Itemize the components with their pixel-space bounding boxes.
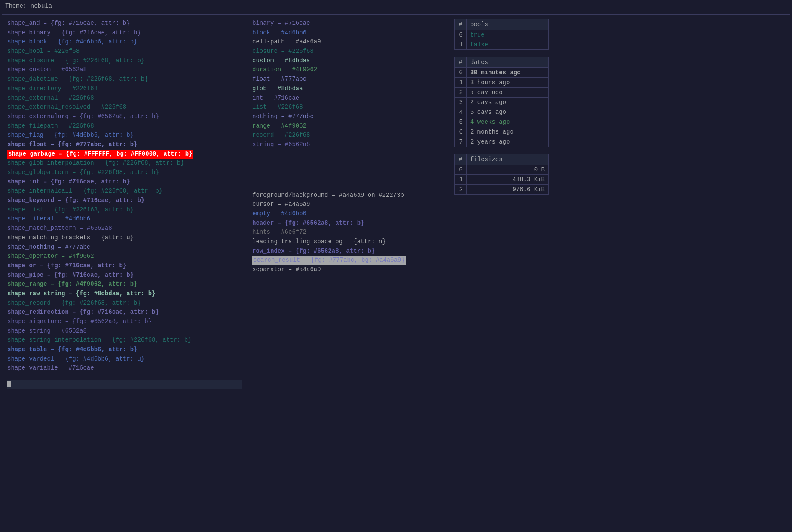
list-item: shape_flag – {fg: #4d6bb6, attr: b} bbox=[7, 131, 242, 140]
list-item: shape_string_interpolation – {fg: #226f6… bbox=[7, 336, 242, 345]
list-item: shape_external – #226f68 bbox=[7, 94, 242, 103]
list-item: shape_pipe – {fg: #716cae, attr: b} bbox=[7, 271, 242, 280]
list-item: cursor – #a4a6a9 bbox=[252, 200, 443, 209]
list-item: shape_binary – {fg: #716cae, attr: b} bbox=[7, 28, 242, 38]
list-item: record – #226f68 bbox=[252, 131, 443, 140]
filesizes-label-header: filesizes bbox=[467, 154, 549, 165]
main-container: shape_and – {fg: #716cae, attr: b} shape… bbox=[2, 14, 790, 529]
list-item: shape_block – {fg: #4d6bb6, attr: b} bbox=[7, 37, 242, 47]
filesizes-row-2-val: 976.6 KiB bbox=[467, 185, 549, 195]
list-item: shape_custom – #6562a8 bbox=[7, 65, 242, 75]
list-item: cell-path – #a4a6a9 bbox=[252, 37, 443, 47]
table-row: 1 false bbox=[455, 40, 549, 50]
list-item: shape_closure – {fg: #226f68, attr: b} bbox=[7, 56, 242, 66]
list-item: string – #6562a8 bbox=[252, 140, 443, 150]
list-item: separator – #a4a6a9 bbox=[252, 265, 443, 275]
cursor-symbol: █ bbox=[7, 381, 11, 388]
list-item: shape_datetime – {fg: #226f68, attr: b} bbox=[7, 75, 242, 84]
list-item: shape_keyword – {fg: #716cae, attr: b} bbox=[7, 196, 242, 205]
list-item: shape_record – {fg: #226f68, attr: b} bbox=[7, 299, 242, 308]
list-item: header – {fg: #6562a8, attr: b} bbox=[252, 219, 443, 228]
list-item: int – #716cae bbox=[252, 94, 443, 103]
filesizes-hash-header: # bbox=[455, 154, 467, 165]
list-item: binary – #716cae bbox=[252, 19, 443, 28]
bools-label-header: bools bbox=[467, 19, 549, 30]
list-item: shape_bool – #226f68 bbox=[7, 47, 242, 56]
list-item: shape_list – {fg: #226f68, attr: b} bbox=[7, 205, 242, 215]
filesizes-table: # filesizes 0 0 B 1 488.3 KiB 2 976.6 Ki… bbox=[454, 154, 549, 195]
table-row: 1 3 hours ago bbox=[455, 78, 549, 88]
left-column: shape_and – {fg: #716cae, attr: b} shape… bbox=[2, 15, 247, 529]
table-row: 7 2 years ago bbox=[455, 137, 549, 147]
list-item: list – #226f68 bbox=[252, 103, 443, 112]
list-item: shape_table – {fg: #4d6bb6, attr: b} bbox=[7, 345, 242, 355]
table-row: 0 true bbox=[455, 30, 549, 40]
theme-label: Theme: nebula bbox=[5, 3, 52, 9]
list-item: shape_operator – #4f9062 bbox=[7, 252, 242, 261]
list-item: shape_or – {fg: #716cae, attr: b} bbox=[7, 261, 242, 271]
bools-hash-header: # bbox=[455, 19, 467, 30]
dates-row-5-val: 4 weeks ago bbox=[467, 117, 549, 127]
right-column: # bools 0 true 1 false # dates bbox=[449, 15, 790, 529]
table-row: 0 0 B bbox=[455, 165, 549, 175]
list-item: shape_and – {fg: #716cae, attr: b} bbox=[7, 19, 242, 28]
table-row: 2 976.6 KiB bbox=[455, 185, 549, 195]
dates-row-4-val: 5 days ago bbox=[467, 107, 549, 117]
list-item: row_index – {fg: #6562a8, attr: b} bbox=[252, 247, 443, 256]
list-item: leading_trailing_space_bg – {attr: n} bbox=[252, 237, 443, 247]
dates-row-0-val: 30 minutes ago bbox=[467, 68, 549, 78]
bools-row-1-num: 1 bbox=[455, 40, 467, 50]
list-item: shape_external_resolved – #226f68 bbox=[7, 103, 242, 112]
table-row: 1 488.3 KiB bbox=[455, 175, 549, 185]
list-item: shape_matching_brackets – {attr: u} bbox=[7, 233, 242, 243]
list-item: shape_float – {fg: #777abc, attr: b} bbox=[7, 140, 242, 150]
list-item: shape_range – {fg: #4f9062, attr: b} bbox=[7, 280, 242, 289]
bools-row-0-num: 0 bbox=[455, 30, 467, 40]
list-item: shape_internalcall – {fg: #226f68, attr:… bbox=[7, 187, 242, 196]
list-item: shape_raw_string – {fg: #8dbdaa, attr: b… bbox=[7, 289, 242, 299]
filesizes-row-1-val: 488.3 KiB bbox=[467, 175, 549, 185]
list-item: shape_directory – #226f68 bbox=[7, 84, 242, 94]
table-row: 6 2 months ago bbox=[455, 127, 549, 137]
list-item: nothing – #777abc bbox=[252, 112, 443, 122]
list-item: glob – #8dbdaa bbox=[252, 84, 443, 94]
dates-table: # dates 0 30 minutes ago 1 3 hours ago 2… bbox=[454, 57, 549, 147]
dates-row-7-val: 2 years ago bbox=[467, 137, 549, 147]
table-row: 4 5 days ago bbox=[455, 107, 549, 117]
dates-row-3-val: 2 days ago bbox=[467, 98, 549, 107]
list-item: block – #4d6bb6 bbox=[252, 28, 443, 38]
shape-garbage-line: shape_garbage – {fg: #FFFFFF, bg: #FF000… bbox=[7, 150, 242, 159]
middle-column: binary – #716cae block – #4d6bb6 cell-pa… bbox=[247, 15, 449, 529]
list-item: shape_nothing – #777abc bbox=[7, 243, 242, 252]
bools-table: # bools 0 true 1 false bbox=[454, 19, 549, 50]
list-item: shape_match_pattern – #6562a8 bbox=[7, 224, 242, 233]
table-row: 0 30 minutes ago bbox=[455, 68, 549, 78]
bools-row-1-val: false bbox=[467, 40, 549, 50]
dates-hash-header: # bbox=[455, 57, 467, 68]
list-item: shape_variable – #716cae bbox=[7, 364, 242, 373]
list-item: shape_filepath – #226f68 bbox=[7, 122, 242, 131]
list-item: shape_literal – #4d6bb6 bbox=[7, 214, 242, 224]
list-item: foreground/background – #a4a6a9 on #2227… bbox=[252, 191, 443, 200]
list-item: shape_int – {fg: #716cae, attr: b} bbox=[7, 177, 242, 187]
list-item: empty – #4d6bb6 bbox=[252, 209, 443, 219]
list-item: custom – #8dbdaa bbox=[252, 56, 443, 66]
list-item: shape_redirection – {fg: #716cae, attr: … bbox=[7, 308, 242, 317]
dates-label-header: dates bbox=[467, 57, 549, 68]
dates-row-6-val: 2 months ago bbox=[467, 127, 549, 137]
list-item: range – #4f9062 bbox=[252, 122, 443, 131]
list-item: shape_glob_interpolation – {fg: #226f68,… bbox=[7, 159, 242, 168]
table-row: 3 2 days ago bbox=[455, 98, 549, 107]
list-item: shape_vardecl – {fg: #4d6bb6, attr: u} bbox=[7, 355, 242, 364]
list-item: float – #777abc bbox=[252, 75, 443, 84]
theme-bar: Theme: nebula bbox=[0, 0, 792, 12]
filesizes-row-0-val: 0 B bbox=[467, 165, 549, 175]
cursor-line: █ bbox=[7, 380, 242, 389]
list-item: shape_globpattern – {fg: #226f68, attr: … bbox=[7, 168, 242, 177]
table-row: 5 4 weeks ago bbox=[455, 117, 549, 127]
dates-row-2-val: a day ago bbox=[467, 88, 549, 98]
list-item: shape_signature – {fg: #6562a8, attr: b} bbox=[7, 317, 242, 327]
bools-row-0-val: true bbox=[467, 30, 549, 40]
list-item: hints – #6e6f72 bbox=[252, 228, 443, 237]
dates-row-1-val: 3 hours ago bbox=[467, 78, 549, 88]
